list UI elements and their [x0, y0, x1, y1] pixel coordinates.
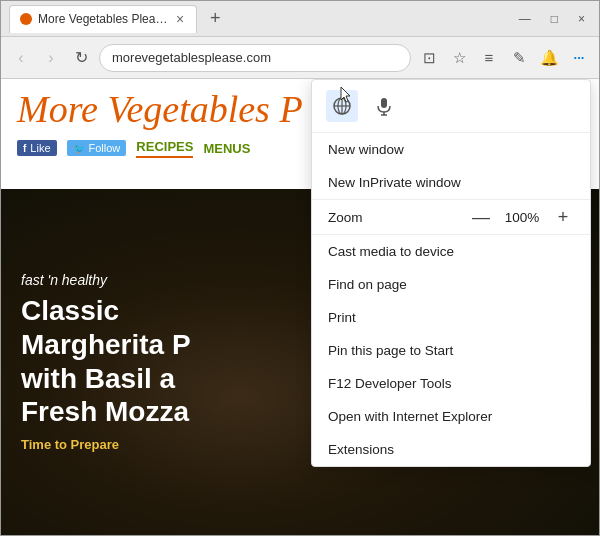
- page-content: More Vegetables P f Like 🐦 Follow RECIPE…: [1, 79, 599, 535]
- menu-item-extensions[interactable]: Extensions: [312, 433, 590, 466]
- zoom-in-button[interactable]: +: [552, 206, 574, 228]
- reading-view-icon[interactable]: ⊡: [417, 46, 441, 70]
- url-input[interactable]: [99, 44, 411, 72]
- microphone-icon: [374, 96, 394, 116]
- recipes-nav-link[interactable]: RECIPES: [136, 139, 193, 158]
- hub-icon[interactable]: ≡: [477, 46, 501, 70]
- tab-favicon: [20, 13, 32, 25]
- tab-title: More Vegetables Please: [38, 12, 168, 26]
- menu-item-find[interactable]: Find on page: [312, 268, 590, 301]
- zoom-out-button[interactable]: —: [470, 206, 492, 228]
- menu-item-ie[interactable]: Open with Internet Explorer: [312, 400, 590, 433]
- menu-item-print[interactable]: Print: [312, 301, 590, 334]
- menu-item-pin[interactable]: Pin this page to Start: [312, 334, 590, 367]
- minimize-button[interactable]: —: [513, 10, 537, 28]
- menu-icons-row: [312, 80, 590, 133]
- window-controls: — □ ×: [513, 10, 591, 28]
- more-button[interactable]: ···: [567, 46, 591, 70]
- menu-item-new-inprivate[interactable]: New InPrivate window: [312, 166, 590, 199]
- address-bar: ‹ › ↻ ⊡ ☆ ≡ ✎ 🔔 ···: [1, 37, 599, 79]
- new-tab-button[interactable]: +: [201, 5, 229, 33]
- menu-item-cast[interactable]: Cast media to device: [312, 235, 590, 268]
- menu-favorites-icon[interactable]: [326, 90, 358, 122]
- notifications-icon[interactable]: 🔔: [537, 46, 561, 70]
- browser-window: More Vegetables Please × + — □ × ‹ › ↻ ⊡…: [0, 0, 600, 536]
- zoom-value: 100%: [502, 210, 542, 225]
- menus-nav-link[interactable]: MENUS: [203, 141, 250, 156]
- forward-button[interactable]: ›: [39, 46, 63, 70]
- close-button[interactable]: ×: [572, 10, 591, 28]
- twitter-follow-button[interactable]: 🐦 Follow: [67, 140, 127, 156]
- maximize-button[interactable]: □: [545, 10, 564, 28]
- menu-zoom-row: Zoom — 100% +: [312, 199, 590, 235]
- refresh-button[interactable]: ↻: [69, 46, 93, 70]
- favorites-icon[interactable]: ☆: [447, 46, 471, 70]
- title-bar: More Vegetables Please × + — □ ×: [1, 1, 599, 37]
- svg-rect-5: [381, 98, 387, 108]
- back-button[interactable]: ‹: [9, 46, 33, 70]
- menu-item-new-window[interactable]: New window: [312, 133, 590, 166]
- browser-menu-dropdown: New window New InPrivate window Zoom — 1…: [311, 79, 591, 467]
- tab-area: More Vegetables Please × +: [9, 5, 513, 33]
- globe-icon: [332, 96, 352, 116]
- fb-icon: f: [23, 143, 26, 154]
- active-tab[interactable]: More Vegetables Please ×: [9, 5, 197, 33]
- twitter-icon: 🐦: [73, 143, 85, 154]
- zoom-label: Zoom: [328, 210, 460, 225]
- notes-icon[interactable]: ✎: [507, 46, 531, 70]
- facebook-like-button[interactable]: f Like: [17, 140, 57, 156]
- tab-close-button[interactable]: ×: [174, 12, 186, 26]
- menu-mic-icon[interactable]: [368, 90, 400, 122]
- toolbar-icons: ⊡ ☆ ≡ ✎ 🔔 ···: [417, 46, 591, 70]
- menu-item-devtools[interactable]: F12 Developer Tools: [312, 367, 590, 400]
